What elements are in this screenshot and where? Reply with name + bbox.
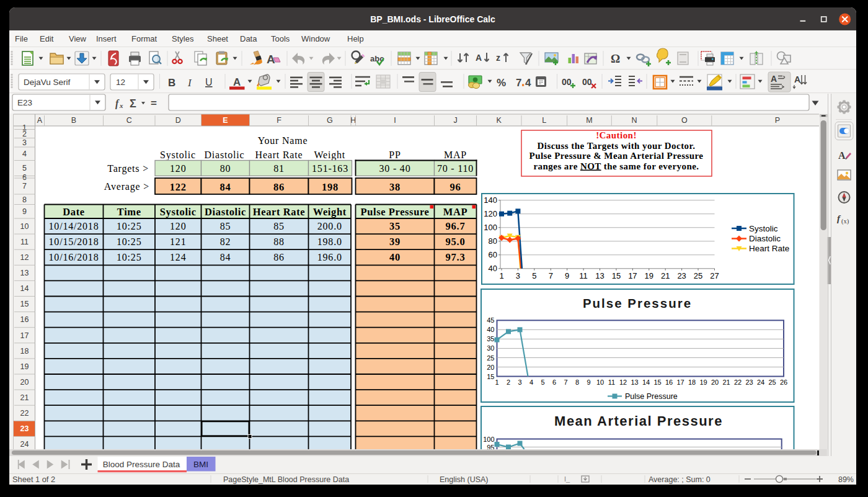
svg-text:Pulse Pressure: Pulse Pressure	[361, 206, 430, 218]
svg-text:84: 84	[220, 252, 231, 262]
svg-text:00: 00	[582, 77, 592, 87]
svg-text:11: 11	[20, 238, 29, 246]
svg-text:85: 85	[273, 221, 285, 231]
svg-text:z: z	[496, 53, 500, 63]
svg-text:100: 100	[484, 223, 497, 232]
svg-text:Discuss the Targets with your: Discuss the Targets with your Doctor.	[538, 141, 696, 151]
svg-text:P: P	[775, 116, 780, 125]
svg-text:B: B	[71, 116, 76, 125]
svg-text:97.3: 97.3	[445, 251, 465, 263]
svg-text:Ω: Ω	[611, 52, 620, 65]
svg-text:12: 12	[619, 378, 627, 386]
svg-text:96.7: 96.7	[445, 220, 465, 232]
svg-text:82: 82	[220, 236, 231, 247]
svg-text:G: G	[327, 116, 333, 125]
svg-text:85: 85	[220, 221, 231, 231]
svg-text:24: 24	[757, 378, 764, 386]
svg-text:88: 88	[273, 236, 285, 247]
svg-text:45: 45	[487, 316, 494, 324]
svg-text:1: 1	[499, 271, 503, 280]
svg-text:21: 21	[722, 378, 730, 386]
svg-text:7: 7	[516, 77, 521, 89]
svg-text:86: 86	[273, 252, 285, 262]
svg-text:20: 20	[20, 378, 29, 387]
svg-text:!Caution!: !Caution!	[596, 130, 637, 140]
svg-text:A: A	[476, 53, 482, 63]
svg-text:%: %	[497, 77, 506, 89]
svg-text:f: f	[115, 98, 120, 109]
svg-text:23: 23	[20, 424, 29, 433]
svg-text:25: 25	[768, 378, 776, 386]
svg-text:18: 18	[20, 347, 29, 356]
svg-text:9: 9	[587, 378, 590, 386]
svg-text:I_: I_	[564, 475, 570, 483]
svg-text:00: 00	[562, 77, 572, 87]
svg-text:PP: PP	[389, 150, 401, 160]
svg-text:A: A	[37, 116, 43, 125]
svg-text:MAP: MAP	[444, 150, 467, 160]
svg-text:200.0: 200.0	[317, 221, 342, 231]
svg-text:122: 122	[170, 181, 187, 193]
svg-text:Average: ; Sum: 0: Average: ; Sum: 0	[649, 475, 711, 484]
svg-text:E: E	[223, 116, 228, 125]
svg-text:A: A	[771, 74, 777, 84]
svg-text:16: 16	[665, 378, 673, 386]
svg-text:Sheet 1 of 2: Sheet 1 of 2	[12, 475, 55, 484]
svg-text:89%: 89%	[838, 475, 854, 484]
svg-text:C: C	[126, 116, 132, 125]
svg-text:120: 120	[170, 163, 186, 174]
svg-text:N: N	[632, 116, 637, 125]
svg-text:22: 22	[20, 409, 29, 418]
svg-text:4: 4	[525, 77, 531, 89]
svg-text:10/14/2018: 10/14/2018	[49, 221, 99, 231]
svg-text:84: 84	[219, 181, 231, 193]
svg-text:D: D	[175, 116, 181, 125]
svg-text:15: 15	[20, 300, 29, 308]
svg-text:18: 18	[688, 378, 696, 386]
svg-text:10: 10	[596, 378, 604, 386]
svg-text:Heart Rate: Heart Rate	[749, 244, 789, 253]
svg-text:f: f	[837, 213, 841, 223]
svg-text:10/15/2018: 10/15/2018	[49, 236, 99, 247]
svg-text:Systolic: Systolic	[160, 206, 197, 218]
svg-text:12: 12	[20, 253, 29, 262]
svg-text:35: 35	[389, 220, 401, 232]
svg-text:13: 13	[595, 271, 604, 280]
svg-text:39: 39	[389, 236, 401, 248]
svg-text:E23: E23	[17, 98, 32, 107]
svg-text:15: 15	[487, 373, 494, 380]
svg-text:Blood Pressure Data: Blood Pressure Data	[103, 460, 180, 469]
svg-text:Average >: Average >	[104, 181, 149, 192]
svg-text:14: 14	[20, 284, 29, 293]
svg-text:J: J	[453, 116, 457, 125]
svg-text:Pulse Pressure: Pulse Pressure	[625, 392, 678, 401]
svg-text:I: I	[187, 77, 192, 89]
svg-text:11: 11	[608, 378, 615, 386]
svg-text:10:25: 10:25	[117, 236, 141, 247]
svg-text:H: H	[350, 116, 356, 125]
svg-text:151-163: 151-163	[312, 163, 348, 174]
svg-text:9: 9	[22, 207, 27, 216]
svg-text:3: 3	[22, 138, 27, 147]
svg-text:21: 21	[661, 271, 670, 280]
svg-text:15: 15	[612, 271, 621, 280]
svg-text:17: 17	[20, 331, 29, 340]
svg-text:7: 7	[564, 378, 567, 386]
svg-text:M: M	[586, 116, 592, 125]
svg-text:A: A	[794, 74, 800, 84]
svg-text:80: 80	[220, 163, 231, 174]
svg-text:A: A	[233, 76, 241, 88]
svg-text:124: 124	[170, 252, 186, 262]
svg-text:23: 23	[677, 271, 686, 280]
svg-text:8: 8	[575, 378, 579, 386]
svg-text:3: 3	[518, 378, 521, 386]
svg-text:196.0: 196.0	[317, 252, 342, 262]
svg-text:5: 5	[532, 271, 536, 280]
svg-text:Heart Rate: Heart Rate	[255, 150, 303, 160]
svg-text:35: 35	[487, 335, 494, 343]
svg-text:K: K	[497, 116, 502, 125]
svg-text:22: 22	[734, 378, 742, 386]
svg-text:B: B	[168, 77, 175, 89]
svg-text:10:25: 10:25	[117, 252, 141, 262]
svg-text:2: 2	[22, 130, 27, 138]
